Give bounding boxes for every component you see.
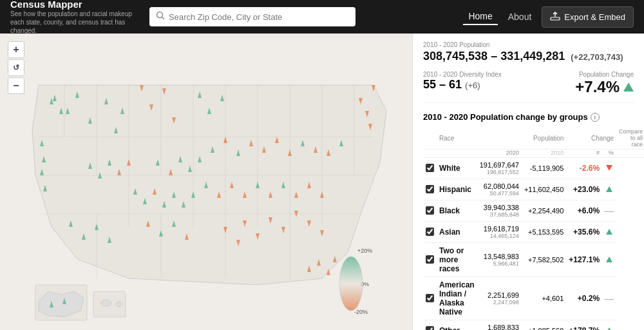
change-pct-cell: -2.6% xyxy=(566,158,602,179)
upload-icon xyxy=(550,11,560,23)
race-name: Other xyxy=(439,326,460,330)
table-row: Other 1,689,833 604,265 +1,085,568 +179.… xyxy=(423,320,644,331)
pop-2010: 308,745,538 xyxy=(423,50,488,63)
pop-2010-val: 14,465,124 xyxy=(480,233,519,239)
change-num-cell: +5,153,595 xyxy=(522,222,566,243)
change-num-cell: +11,602,450 xyxy=(522,179,566,200)
up-arrow-icon xyxy=(606,186,612,192)
pop-change-total: (+22,703,743) xyxy=(571,52,623,62)
diversity-label: 2010 - 2020 Diversity Index xyxy=(423,71,502,78)
pop-change-pct: +7.4% xyxy=(575,78,634,96)
table-row: Black 39,940,338 37,685,848 +2,254,490 +… xyxy=(423,200,644,222)
race-name-cell: Two or more races xyxy=(437,243,477,277)
row-checkbox-cell xyxy=(423,243,437,277)
race-name: Black xyxy=(439,206,460,215)
pop-2020-cell: 1,689,833 604,265 xyxy=(477,320,522,331)
population-section: 2010 - 2020 Population 308,745,538 – 331… xyxy=(423,41,634,63)
race-checkbox-1[interactable] xyxy=(426,185,434,193)
row-checkbox-cell xyxy=(423,277,437,320)
svg-point-109 xyxy=(116,302,122,307)
change-pct-cell: +35.6% xyxy=(566,222,602,243)
main-content: + ↺ − xyxy=(0,34,644,330)
reset-button[interactable]: ↺ xyxy=(8,59,24,76)
race-checkbox-4[interactable] xyxy=(426,255,434,264)
compare-cell xyxy=(602,158,616,179)
pop-2020-val: 13,548,983 xyxy=(484,253,519,260)
nav-about[interactable]: About xyxy=(503,9,537,24)
svg-point-113 xyxy=(339,257,363,311)
race-checkbox-3[interactable] xyxy=(426,228,434,236)
race-name: White xyxy=(439,164,460,173)
pop-numbers: 308,745,538 – 331,449,281 (+22,703,743) xyxy=(423,50,634,63)
neutral-arrow-icon: — xyxy=(605,293,614,304)
info-icon[interactable]: i xyxy=(591,113,600,122)
compare-cell xyxy=(602,243,616,277)
change-pct-cell: +23.0% xyxy=(566,179,602,200)
compare-cell: — xyxy=(602,277,616,320)
table-header-row: Race Population Change Compare to all ra… xyxy=(423,127,644,150)
change-num-cell: +7,582,502 xyxy=(522,243,566,277)
row-checkbox-cell xyxy=(423,158,437,179)
th-change: Change xyxy=(566,127,616,150)
zoom-out-button[interactable]: − xyxy=(8,77,24,94)
pop-2020-cell: 19,618,719 14,465,124 xyxy=(477,222,522,243)
race-checkbox-2[interactable] xyxy=(426,206,434,215)
search-box[interactable] xyxy=(149,7,355,26)
race-name-cell: Asian xyxy=(437,222,477,243)
brand: Census Mapper See how the population and… xyxy=(10,0,139,35)
export-button[interactable]: Export & Embed xyxy=(542,6,634,28)
pop-2020-val: 19,618,719 xyxy=(484,225,519,233)
svg-text:+20%: +20% xyxy=(357,248,372,254)
table-row: American Indian / Alaska Native 2,251,69… xyxy=(423,277,644,320)
diversity-section: 2010 - 2020 Diversity Index 55 – 61 (+6) xyxy=(423,71,502,92)
search-container xyxy=(149,7,355,26)
change-pct-cell: +179.7% xyxy=(566,320,602,331)
compare-cell xyxy=(602,179,616,200)
svg-rect-2 xyxy=(551,17,560,20)
th-2020: 2020 xyxy=(477,150,522,158)
pop-separator: – xyxy=(491,50,500,63)
map-area: + ↺ − xyxy=(0,34,412,330)
change-num-cell: +4,601 xyxy=(522,277,566,320)
race-checkbox-6[interactable] xyxy=(426,326,434,331)
header: Census Mapper See how the population and… xyxy=(0,0,644,34)
pop-2020-cell: 39,940,338 37,685,848 xyxy=(477,200,522,222)
nav: Home About Export & Embed xyxy=(463,6,634,28)
race-table: Race Population Change Compare to all ra… xyxy=(423,127,644,330)
diversity-value: 55 – 61 (+6) xyxy=(423,78,502,92)
pop-2010-val: 37,685,848 xyxy=(480,211,519,218)
race-name-cell: Black xyxy=(437,200,477,222)
race-name-cell: Hispanic xyxy=(437,179,477,200)
up-arrow-icon xyxy=(606,229,612,235)
pop-2020-val: 2,251,699 xyxy=(488,291,519,299)
table-row: White 191,697,647 196,817,552 -5,119,905… xyxy=(423,158,644,179)
pop-change-section: Population Change +7.4% xyxy=(575,71,634,96)
row-checkbox-cell xyxy=(423,222,437,243)
pop-2020: 331,449,281 xyxy=(500,50,565,63)
export-label: Export & Embed xyxy=(564,12,625,22)
up-arrow-icon xyxy=(606,257,612,262)
race-name: Asian xyxy=(439,228,460,237)
search-input[interactable] xyxy=(169,12,349,22)
change-num-cell: +2,254,490 xyxy=(522,200,566,222)
svg-line-1 xyxy=(162,17,165,20)
pop-2010-val: 196,817,552 xyxy=(480,169,519,175)
pop-2020-cell: 62,080,044 50,477,594 xyxy=(477,179,522,200)
nav-home[interactable]: Home xyxy=(463,8,497,25)
pop-2020-val: 39,940,338 xyxy=(484,204,519,211)
right-panel: 2010 - 2020 Population 308,745,538 – 331… xyxy=(412,34,644,330)
pop-change-label: Population Change xyxy=(575,71,634,78)
row-checkbox-cell xyxy=(423,179,437,200)
table-row: Hispanic 62,080,044 50,477,594 +11,602,4… xyxy=(423,179,644,200)
race-table-body: White 191,697,647 196,817,552 -5,119,905… xyxy=(423,158,644,331)
svg-point-0 xyxy=(157,12,163,18)
row-checkbox-cell xyxy=(423,200,437,222)
map-controls: + ↺ − xyxy=(8,41,24,94)
zoom-in-button[interactable]: + xyxy=(8,41,24,58)
race-checkbox-0[interactable] xyxy=(426,164,434,172)
pop-2020-val: 1,689,833 xyxy=(488,324,519,330)
change-num-cell: +1,085,568 xyxy=(522,320,566,331)
svg-point-108 xyxy=(101,300,111,306)
th-pct: % xyxy=(602,150,616,158)
race-checkbox-5[interactable] xyxy=(426,294,434,302)
